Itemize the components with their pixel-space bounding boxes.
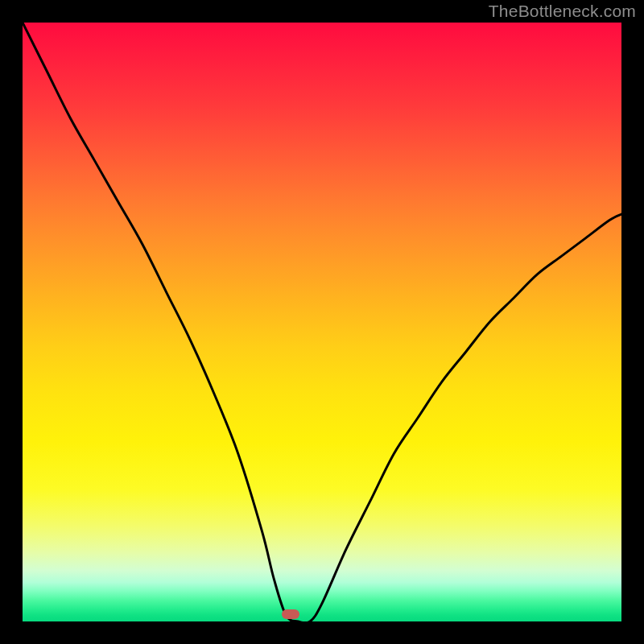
watermark-text: TheBottleneck.com (489, 2, 636, 21)
bottleneck-curve (23, 23, 621, 621)
chart-frame: TheBottleneck.com (0, 0, 644, 644)
optimum-marker (282, 609, 299, 619)
plot-area (23, 23, 621, 621)
